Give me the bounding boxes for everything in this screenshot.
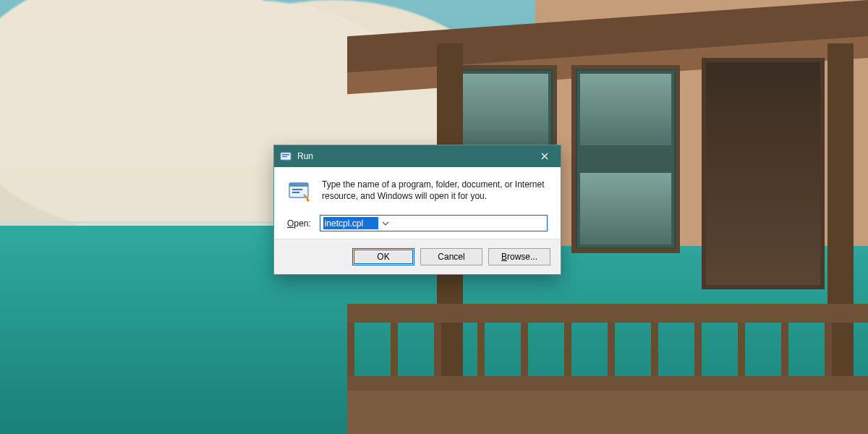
dialog-footer: OK Cancel Browse... (274, 239, 561, 274)
dialog-description: Type the name of a program, folder, docu… (322, 179, 548, 203)
run-app-icon (280, 150, 292, 162)
svg-rect-6 (292, 192, 299, 193)
chevron-down-icon (382, 221, 389, 226)
cancel-button[interactable]: Cancel (420, 248, 482, 265)
open-label: Open: (287, 218, 311, 229)
open-combobox[interactable] (320, 215, 548, 231)
browse-button[interactable]: Browse... (488, 248, 550, 265)
close-button[interactable] (528, 145, 561, 167)
dialog-title: Run (297, 151, 528, 161)
dialog-body: Type the name of a program, folder, docu… (274, 167, 561, 239)
svg-marker-7 (306, 198, 310, 202)
combobox-toggle[interactable] (378, 216, 393, 231)
svg-rect-4 (289, 183, 308, 187)
open-input[interactable] (323, 217, 378, 229)
svg-rect-1 (282, 154, 289, 156)
ok-button[interactable]: OK (352, 248, 414, 265)
close-icon (541, 153, 548, 160)
svg-rect-5 (292, 189, 302, 190)
run-program-icon (287, 179, 312, 203)
titlebar[interactable]: Run (274, 145, 561, 167)
run-dialog: Run Type the name of a program, folder, … (273, 145, 561, 275)
svg-rect-2 (282, 156, 287, 157)
